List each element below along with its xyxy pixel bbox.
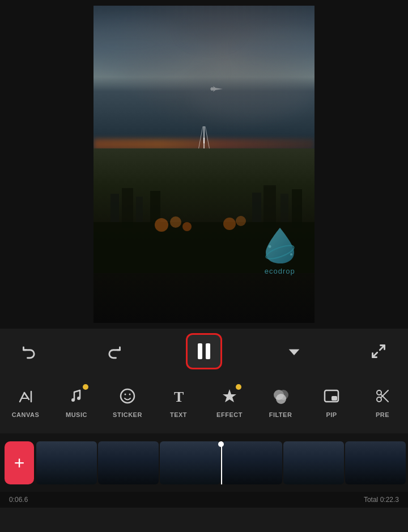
svg-point-40: [125, 394, 126, 395]
timeline-clip[interactable]: [160, 441, 220, 484]
controls-bar: [0, 329, 408, 374]
preview-area: ecodrop: [0, 0, 408, 329]
pip-label: PIP: [326, 411, 337, 418]
svg-line-51: [381, 394, 388, 402]
music-label: MUSIC: [66, 411, 87, 418]
effect-label: EFFECT: [216, 411, 243, 418]
current-time: 0:06.6: [9, 496, 28, 504]
watermark-text: ecodrop: [263, 267, 297, 275]
filter-label: FILTER: [269, 411, 292, 418]
svg-point-46: [276, 394, 286, 404]
svg-point-25: [223, 218, 236, 230]
svg-point-39: [121, 389, 134, 403]
sticker-icon: [114, 383, 141, 409]
svg-marker-43: [223, 389, 236, 402]
timeline-track[interactable]: [34, 441, 408, 484]
svg-point-38: [77, 397, 80, 400]
filter-icon: [267, 383, 294, 409]
pre-label: PRE: [376, 411, 389, 418]
svg-text:T: T: [174, 389, 184, 405]
toolbar-music[interactable]: MUSIC: [51, 378, 102, 423]
toolbar-effect[interactable]: EFFECT: [204, 378, 255, 423]
timeline: +: [0, 433, 408, 492]
svg-point-28: [268, 245, 271, 248]
playhead: [221, 441, 222, 484]
timeline-clip[interactable]: [222, 441, 282, 484]
toolbar-sticker[interactable]: STICKER: [102, 378, 153, 423]
text-label: TEXT: [170, 411, 187, 418]
add-icon: +: [14, 454, 25, 472]
svg-point-26: [236, 216, 246, 226]
svg-line-33: [20, 393, 24, 402]
svg-point-29: [290, 253, 292, 256]
time-bar: 0:06.6 Total 0:22.3: [0, 492, 408, 508]
toolbar-pip[interactable]: PIP: [306, 378, 357, 423]
svg-rect-14: [122, 188, 133, 228]
svg-point-23: [170, 216, 181, 228]
svg-point-41: [129, 394, 131, 395]
svg-point-37: [71, 398, 75, 402]
svg-rect-48: [332, 396, 337, 401]
effect-icon: [216, 383, 243, 409]
toolbar-text[interactable]: T TEXT: [153, 378, 204, 423]
toolbar: CANVAS MUSIC STICKER: [0, 374, 408, 433]
text-icon: T: [165, 383, 192, 409]
pause-icon: [198, 343, 210, 359]
cloud: [190, 69, 314, 120]
watermark: ecodrop: [263, 225, 297, 275]
redo-button[interactable]: [101, 339, 126, 364]
svg-line-52: [381, 390, 388, 398]
pip-icon: [318, 383, 345, 409]
add-clip-button[interactable]: +: [5, 441, 34, 484]
svg-point-22: [155, 218, 168, 232]
pre-icon: [369, 383, 396, 409]
fullscreen-button[interactable]: [366, 339, 391, 364]
timeline-clip[interactable]: [345, 441, 406, 484]
effect-dot: [236, 384, 241, 390]
toolbar-filter[interactable]: FILTER: [255, 378, 306, 423]
timeline-clip[interactable]: [98, 441, 159, 484]
svg-rect-20: [292, 189, 302, 228]
cloud: [182, 15, 239, 44]
undo-button[interactable]: [17, 339, 42, 364]
music-dot: [83, 384, 88, 390]
pause-button[interactable]: [186, 333, 222, 369]
svg-point-24: [182, 222, 192, 231]
video-frame: ecodrop: [94, 6, 314, 323]
total-time: Total 0:22.3: [364, 496, 399, 504]
toolbar-pre[interactable]: PRE: [357, 378, 408, 423]
sticker-label: STICKER: [113, 411, 142, 418]
svg-rect-18: [264, 185, 276, 228]
canvas-icon: [12, 383, 39, 409]
toolbar-canvas[interactable]: CANVAS: [0, 378, 51, 423]
svg-marker-30: [289, 350, 300, 356]
canvas-label: CANVAS: [12, 411, 40, 418]
timeline-clip[interactable]: [36, 441, 97, 484]
music-icon: [63, 383, 90, 409]
timeline-clip[interactable]: [283, 441, 344, 484]
volume-button[interactable]: [282, 339, 307, 364]
